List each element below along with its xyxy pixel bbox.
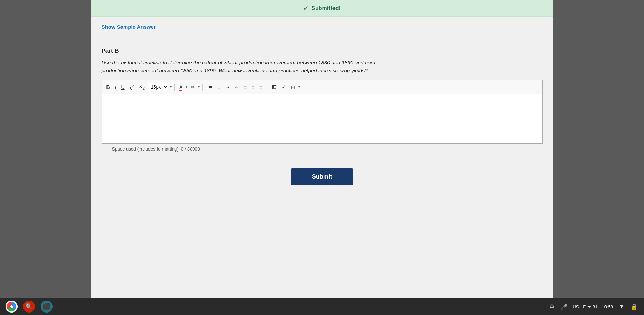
unordered-list-button[interactable]: ≡: [216, 83, 222, 91]
underline-button[interactable]: U: [119, 83, 126, 91]
color-a-label: A: [179, 84, 182, 91]
taskbar-time: 10:58: [602, 304, 613, 309]
table-dropdown-arrow[interactable]: ▾: [298, 85, 300, 89]
font-size-dropdown-arrow[interactable]: ▾: [170, 85, 172, 89]
indent-icon: ⇥: [226, 84, 230, 90]
align-left-button[interactable]: ≡: [242, 83, 248, 91]
screen-icon[interactable]: ⬛: [41, 301, 53, 313]
italic-button[interactable]: I: [113, 83, 118, 91]
ol-icon: ≔: [207, 84, 213, 90]
submit-button[interactable]: Submit: [291, 168, 353, 185]
divider: [102, 37, 543, 37]
toolbar-separator-2: [202, 84, 203, 91]
taskbar-date: Dec 31: [583, 304, 597, 309]
lock-icon[interactable]: 🔒: [630, 302, 638, 311]
part-b-section: Part B Use the historical timeline to de…: [91, 41, 553, 161]
align-left-icon: ≡: [244, 84, 247, 90]
ordered-list-button[interactable]: ≔: [206, 83, 214, 91]
rich-text-editor: B I U x2 X2 15px 12px 18px 24px ▾: [102, 80, 543, 144]
align-right-icon: ≡: [259, 84, 262, 90]
font-size-select[interactable]: 15px 12px 18px 24px: [148, 83, 168, 91]
lens-icon[interactable]: 🔍: [23, 301, 35, 313]
screen-copy-icon[interactable]: ⧉: [547, 302, 556, 311]
table-button[interactable]: ⊞: [289, 83, 297, 91]
submitted-banner: ✔ Submitted!: [91, 0, 553, 17]
microphone-icon[interactable]: 🎤: [560, 302, 568, 311]
screen-glyph: ⬛: [43, 303, 50, 310]
lens-glyph: 🔍: [25, 303, 33, 310]
highlight-button[interactable]: ✏: [189, 83, 196, 91]
highlight-dropdown[interactable]: ▾: [198, 85, 200, 89]
editor-body[interactable]: [102, 94, 542, 143]
taskbar-right: ⧉ 🎤 US Dec 31 10:58 ▼ 🔒: [547, 302, 638, 311]
taskbar-left: 🔍 ⬛: [6, 301, 53, 313]
superscript-button[interactable]: x2: [128, 83, 136, 92]
space-used-label: Space used (includes formatting): 0 / 30…: [102, 144, 543, 154]
editor-toolbar: B I U x2 X2 15px 12px 18px 24px ▾: [102, 80, 542, 94]
align-center-icon: ≡: [251, 84, 254, 90]
outdent-icon: ⇤: [235, 84, 239, 90]
toolbar-separator-1: [174, 84, 175, 91]
text-color-button[interactable]: A: [178, 83, 184, 91]
wifi-icon[interactable]: ▼: [617, 302, 626, 311]
check-mark-button[interactable]: ✓: [280, 83, 288, 91]
image-icon: 🖼: [272, 84, 277, 90]
bold-button[interactable]: B: [105, 83, 112, 91]
check-mark-icon: ✓: [282, 84, 286, 90]
subscript-button[interactable]: X2: [137, 83, 146, 91]
submitted-check-icon: ✔: [303, 5, 309, 12]
question-text-line1: Use the historical timeline to determine…: [102, 59, 375, 65]
toolbar-separator-3: [267, 84, 267, 91]
main-content-area: ✔ Submitted! Show Sample Answer Part B U…: [91, 0, 553, 301]
question-text-line2: production improvement between 1850 and …: [102, 68, 368, 74]
chrome-icon[interactable]: [6, 301, 18, 313]
align-right-button[interactable]: ≡: [257, 83, 264, 91]
align-center-button[interactable]: ≡: [250, 83, 256, 91]
outdent-button[interactable]: ⇤: [233, 83, 241, 91]
submit-area: Submit: [91, 161, 553, 196]
show-sample-answer-link[interactable]: Show Sample Answer: [91, 17, 553, 33]
image-button[interactable]: 🖼: [270, 83, 278, 91]
text-color-dropdown[interactable]: ▾: [186, 85, 187, 89]
table-icon: ⊞: [291, 84, 295, 90]
part-b-question: Use the historical timeline to determine…: [102, 59, 543, 75]
taskbar-locale: US: [573, 304, 579, 309]
submitted-text: Submitted!: [311, 5, 341, 12]
taskbar: 🔍 ⬛ ⧉ 🎤 US Dec 31 10:58 ▼ 🔒: [0, 298, 644, 315]
indent-button[interactable]: ⇥: [224, 83, 231, 91]
part-b-title: Part B: [102, 48, 543, 55]
ul-icon: ≡: [217, 84, 221, 90]
